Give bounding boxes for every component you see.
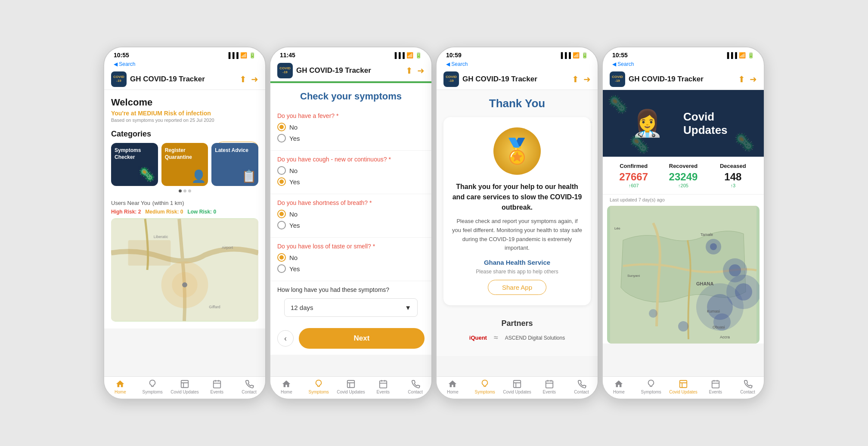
back-button[interactable]: ‹ <box>277 330 294 347</box>
share-button[interactable]: Share App <box>488 280 546 295</box>
status-icons-4: ▐▐▐ 📶 🔋 <box>725 52 754 59</box>
cough-yes[interactable]: Yes <box>277 177 425 186</box>
svg-rect-11 <box>380 381 387 388</box>
tab-home-4[interactable]: Home <box>603 379 635 394</box>
tab-events-4[interactable]: Events <box>699 379 732 394</box>
question-breath: Do you have shortness of breath? * No Ye… <box>270 194 431 238</box>
tab-covid-3[interactable]: Covid Updates <box>501 379 533 394</box>
tab-symptoms-4[interactable]: Symptoms <box>635 379 667 394</box>
tab-symptoms-3[interactable]: Symptoms <box>469 379 501 394</box>
tab-events-3[interactable]: Events <box>533 379 565 394</box>
partners-title: Partners <box>450 319 584 328</box>
tab-covid-2[interactable]: Covid Updates <box>335 379 367 394</box>
breath-yes[interactable]: Yes <box>277 221 425 229</box>
taste-yes[interactable]: Yes <box>277 264 425 273</box>
svg-text:Tamale: Tamale <box>701 232 713 237</box>
svg-point-24 <box>678 321 688 331</box>
radio-taste-yes[interactable] <box>277 264 286 273</box>
forward-icon-3[interactable]: ➜ <box>583 74 591 84</box>
fever-yes[interactable]: Yes <box>277 134 425 142</box>
share-icon-1[interactable]: ⬆ <box>239 74 247 84</box>
based-on-text: Based on symptoms you reported on 25 Jul… <box>111 118 258 123</box>
tab-contact-4[interactable]: Contact <box>732 379 764 394</box>
breath-no[interactable]: No <box>277 210 425 218</box>
nav-back-1[interactable]: ◀ Search <box>104 60 265 69</box>
share-icon-3[interactable]: ⬆ <box>572 74 579 84</box>
tab-events-1[interactable]: Events <box>201 379 233 394</box>
radio-breath-yes[interactable] <box>277 221 286 229</box>
svg-point-16 <box>710 243 717 250</box>
tab-covid-4[interactable]: Covid Updates <box>667 379 700 394</box>
app-logo-2: COVID-19 <box>277 63 293 78</box>
partners-logos: iQuent ≈ ASCEND Digital Solutions <box>450 333 584 342</box>
tab-home-2[interactable]: Home <box>270 379 303 394</box>
q-cough-text: Do you have cough - new or continuous? * <box>277 156 425 163</box>
wifi-icon: 📶 <box>240 52 247 59</box>
category-advice[interactable]: Latest Advice 📋 <box>211 143 258 186</box>
nav-back-4[interactable]: ◀ Search <box>603 60 764 69</box>
status-icons-2: ▐▐▐ 📶 🔋 <box>393 52 422 59</box>
svg-rect-12 <box>514 381 521 388</box>
app-title-2: GH COVID-19 Tracker <box>296 66 406 75</box>
tab-home-3[interactable]: Home <box>437 379 469 394</box>
users-near-title: Users Near You (within 1 km) <box>111 198 258 207</box>
svg-rect-9 <box>214 381 221 388</box>
cat-label-symptoms: Symptoms Checker <box>115 147 155 161</box>
time-3: 10:59 <box>446 52 462 59</box>
tab-symptoms-1[interactable]: Symptoms <box>136 379 169 394</box>
nav-back-3[interactable]: ◀ Search <box>437 60 598 69</box>
phone-screen-4: 10:55 ▐▐▐ 📶 🔋 ◀ Search COVID-19 GH COVID… <box>602 46 765 400</box>
recovered-label: Recovered <box>659 163 707 169</box>
tab-symptoms-2[interactable]: Symptoms <box>303 379 335 394</box>
forward-icon-4[interactable]: ➜ <box>750 74 757 84</box>
radio-taste-no[interactable] <box>277 253 286 262</box>
signal-icon-4: ▐▐▐ <box>725 52 737 59</box>
category-symptoms[interactable]: Symptoms Checker 🦠 <box>111 143 158 186</box>
next-button[interactable]: Next <box>299 328 425 349</box>
q-fever-text: Do you have a fever? * <box>277 112 425 119</box>
status-bar-2: 11:45 ▐▐▐ 📶 🔋 <box>270 47 431 60</box>
app-header-3: COVID-19 GH COVID-19 Tracker ⬆ ➜ <box>437 69 598 90</box>
tab-contact-1[interactable]: Contact <box>233 379 265 394</box>
partner-2-logo: ASCEND Digital Solutions <box>505 335 565 341</box>
confirmed-label: Confirmed <box>610 163 657 169</box>
cough-no[interactable]: No <box>277 166 425 175</box>
thank-you-card: 🏅 Thank you for your help to our health … <box>443 117 591 305</box>
tab-contact-2[interactable]: Contact <box>399 379 431 394</box>
recovered-change: ↑205 <box>659 183 707 188</box>
app-logo-4: COVID-19 <box>610 71 625 87</box>
forward-icon-1[interactable]: ➜ <box>251 74 258 84</box>
svg-rect-8 <box>181 381 189 388</box>
svg-rect-1 <box>128 240 171 266</box>
forward-icon-2[interactable]: ➜ <box>417 65 425 76</box>
taste-no[interactable]: No <box>277 253 425 262</box>
low-risk-count: Low Risk: 0 <box>187 209 216 215</box>
categories-grid: Symptoms Checker 🦠 Register Quarantine 👤… <box>111 143 258 186</box>
banner-title: Covid Updates <box>683 110 755 137</box>
category-quarantine[interactable]: Register Quarantine 👤 <box>161 143 208 186</box>
tab-home-1[interactable]: Home <box>104 379 136 394</box>
header-icons-2: ⬆ ➜ <box>406 65 425 76</box>
tab-contact-3[interactable]: Contact <box>565 379 598 394</box>
radio-cough-yes[interactable] <box>277 177 286 186</box>
screen1-content: Welcome 📞 Helpline You're at MEDIUM Risk… <box>104 90 265 376</box>
radio-fever-yes[interactable] <box>277 134 286 142</box>
s2-navigation: ‹ Next <box>270 322 431 355</box>
thank-you-title: Thank You <box>443 97 591 110</box>
wifi-icon-4: 📶 <box>739 52 746 59</box>
radio-breath-no[interactable] <box>277 210 286 218</box>
tab-events-2[interactable]: Events <box>367 379 399 394</box>
risk-labels: High Risk: 2 Medium Risk: 0 Low Risk: 0 <box>111 209 258 215</box>
duration-dropdown[interactable]: 12 days ▼ <box>284 298 418 317</box>
cat-label-advice: Latest Advice <box>215 147 248 154</box>
radio-fever-no[interactable] <box>277 123 286 131</box>
s2-body: Check your symptoms Do you have a fever?… <box>270 81 431 355</box>
share-icon-2[interactable]: ⬆ <box>406 65 413 76</box>
dot-3 <box>188 189 191 192</box>
tab-covid-1[interactable]: Covid Updates <box>169 379 201 394</box>
deceased-num: 148 <box>709 171 757 183</box>
radio-cough-no[interactable] <box>277 166 286 175</box>
share-icon-4[interactable]: ⬆ <box>738 74 745 84</box>
fever-no[interactable]: No <box>277 123 425 131</box>
app-title-4: GH COVID-19 Tracker <box>629 75 738 84</box>
